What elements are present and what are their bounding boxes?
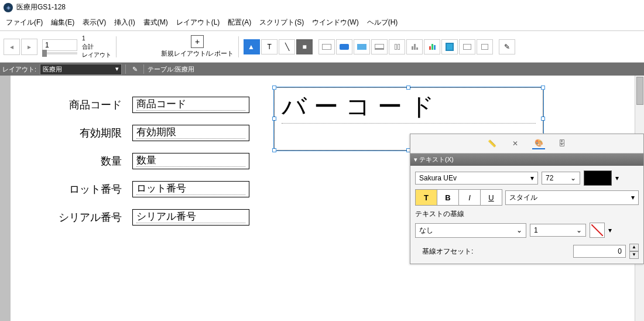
window-title: 医療用GS1-128: [16, 2, 66, 12]
field-box[interactable]: シリアル番号: [132, 209, 249, 226]
fill-tool[interactable]: ■: [296, 39, 313, 54]
highlight-style-button[interactable]: T: [415, 189, 437, 206]
edit-layout-button[interactable]: ✎: [129, 66, 140, 73]
layout-selector[interactable]: 医療用▾: [40, 64, 122, 75]
container-tool[interactable]: [459, 39, 475, 54]
data-tab-icon[interactable]: 🗄: [556, 138, 568, 149]
inspector-section-header[interactable]: ▾ テキスト(X): [410, 153, 643, 166]
offset-input[interactable]: 0: [573, 245, 626, 258]
menu-format[interactable]: 書式(M): [140, 16, 172, 29]
field-tool-2[interactable]: [336, 39, 352, 54]
offset-label: 基線オフセット:: [422, 247, 473, 257]
field-label[interactable]: シリアル番号: [34, 210, 122, 224]
nav-prev-button[interactable]: ◂: [4, 39, 20, 55]
app-icon: ◈: [4, 3, 13, 12]
field-box[interactable]: ロット番号: [132, 181, 249, 197]
color-dropdown-icon[interactable]: ▾: [615, 174, 619, 182]
new-layout-button[interactable]: + 新規レイアウト/レポート: [161, 35, 234, 58]
bold-button[interactable]: B: [437, 189, 459, 206]
font-size-selector[interactable]: 72⌄: [542, 172, 580, 185]
selection-tool[interactable]: ▲: [244, 39, 260, 54]
record-slider[interactable]: [42, 52, 77, 54]
dropdown-icon[interactable]: ▾: [608, 226, 612, 234]
record-number-input[interactable]: 1: [42, 39, 77, 51]
underline-button[interactable]: U: [480, 189, 502, 206]
table-label: テーブル:医療用: [148, 65, 194, 74]
layout-label: レイアウト:: [2, 65, 36, 74]
offset-stepper[interactable]: ▲▼: [629, 244, 639, 259]
field-label[interactable]: 数量: [34, 154, 122, 168]
menu-script[interactable]: スクリプト(S): [256, 16, 307, 29]
layout-bar: レイアウト: 医療用▾ ✎ テーブル:医療用: [0, 63, 644, 76]
menubar: ファイル(F) 編集(E) 表示(V) 挿入(I) 書式(M) レイアウト(L)…: [0, 15, 644, 31]
popover-tool[interactable]: [477, 39, 493, 54]
field-box[interactable]: 商品コード: [132, 97, 249, 113]
nav-next-button[interactable]: ▸: [21, 39, 37, 55]
eyedropper-tool[interactable]: ✎: [499, 39, 515, 54]
field-box[interactable]: 数量: [132, 153, 249, 169]
font-color-swatch[interactable]: [584, 170, 612, 186]
baseline-number-selector[interactable]: 1⌄: [530, 224, 586, 237]
menu-view[interactable]: 表示(V): [79, 16, 109, 29]
font-selector[interactable]: Sakura UEv▾: [415, 172, 538, 185]
italic-button[interactable]: I: [458, 189, 481, 206]
field-tool-5[interactable]: [389, 39, 405, 54]
scrollbar-thumb[interactable]: [636, 77, 643, 105]
menu-layout[interactable]: レイアウト(L): [173, 16, 224, 29]
appearance-tab-icon[interactable]: 🎨: [532, 138, 545, 149]
field-label[interactable]: ロット番号: [34, 182, 122, 196]
menu-window[interactable]: ウインドウ(W): [309, 16, 362, 29]
menu-arrange[interactable]: 配置(A): [224, 16, 255, 29]
baseline-selector[interactable]: なし⌄: [415, 223, 526, 238]
menu-insert[interactable]: 挿入(I): [111, 16, 138, 29]
ruler-tab-icon[interactable]: 📏: [485, 138, 498, 149]
field-box[interactable]: 有効期限: [132, 125, 249, 141]
field-label[interactable]: 商品コード: [34, 98, 122, 112]
total-count: 1 合計 レイアウト: [82, 35, 111, 59]
menu-help[interactable]: ヘルプ(H): [364, 16, 402, 29]
plus-icon: +: [191, 35, 204, 48]
chart-tool-icon[interactable]: [424, 39, 440, 54]
toolbar-separator: [238, 36, 239, 57]
field-label[interactable]: 有効期限: [34, 126, 122, 140]
toolbar-separator: [116, 36, 117, 57]
toolbar: ◂ ▸ 1 1 合計 レイアウト + 新規レイアウト/レポート ▲ T ╲ ■ …: [0, 31, 644, 63]
webviewer-tool[interactable]: [441, 39, 458, 54]
field-tool-6[interactable]: [406, 39, 423, 54]
inspector-panel: 📏 ✕ 🎨 🗄 ▾ テキスト(X) Sakura UEv▾ 72⌄ ▾ T B …: [410, 134, 644, 264]
text-tool[interactable]: T: [261, 39, 278, 54]
line-tool[interactable]: ╲: [279, 39, 295, 54]
baseline-color-swatch[interactable]: [590, 223, 605, 238]
titlebar: ◈ 医療用GS1-128: [0, 0, 644, 15]
menu-file[interactable]: ファイル(F): [2, 16, 46, 29]
field-tool-3[interactable]: [354, 39, 370, 54]
tools-tab-icon[interactable]: ✕: [509, 138, 522, 149]
style-selector[interactable]: スタイル▾: [505, 190, 639, 205]
field-tool-4[interactable]: [371, 39, 388, 54]
field-tool-1[interactable]: [318, 39, 335, 54]
tool-palette: ▲ T ╲ ■ ✎: [244, 39, 515, 54]
baseline-label: テキストの基線: [415, 209, 639, 219]
menu-edit[interactable]: 編集(E): [47, 16, 78, 29]
